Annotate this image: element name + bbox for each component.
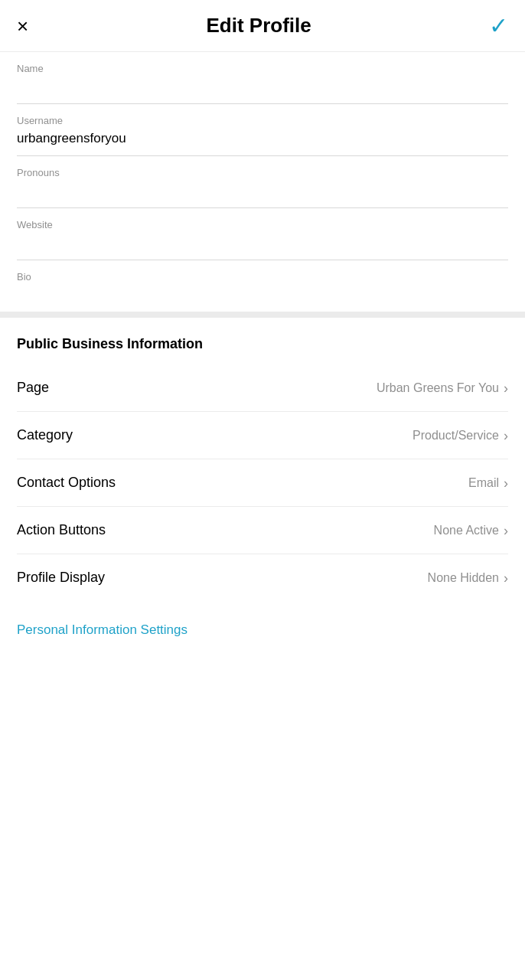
- website-label: Website: [17, 219, 508, 230]
- contact-options-value: Email: [468, 476, 499, 490]
- bio-field: Bio: [17, 260, 508, 312]
- website-input[interactable]: [17, 234, 508, 252]
- chevron-right-icon: ›: [504, 524, 508, 537]
- pronouns-label: Pronouns: [17, 167, 508, 178]
- bio-label: Bio: [17, 271, 508, 283]
- name-field: Name: [17, 52, 508, 104]
- contact-options-row-right: Email ›: [468, 476, 508, 490]
- contact-options-row[interactable]: Contact Options Email ›: [17, 459, 508, 507]
- category-row[interactable]: Category Product/Service ›: [17, 412, 508, 459]
- username-field: Username urbangreensforyou: [17, 104, 508, 156]
- chevron-right-icon: ›: [504, 476, 508, 490]
- page-title: Edit Profile: [206, 14, 311, 38]
- page-row-right: Urban Greens For You ›: [377, 381, 508, 395]
- pronouns-field: Pronouns: [17, 156, 508, 208]
- category-row-value: Product/Service: [412, 429, 499, 443]
- save-button[interactable]: ✓: [489, 15, 508, 38]
- business-info-section: Public Business Information Page Urban G…: [0, 318, 525, 601]
- chevron-right-icon: ›: [504, 381, 508, 395]
- contact-options-label: Contact Options: [17, 475, 116, 491]
- page-row[interactable]: Page Urban Greens For You ›: [17, 364, 508, 412]
- action-buttons-value: None Active: [434, 524, 499, 537]
- username-value: urbangreensforyou: [17, 129, 508, 148]
- category-row-label: Category: [17, 427, 73, 443]
- chevron-right-icon: ›: [504, 571, 508, 585]
- page-row-value: Urban Greens For You: [377, 381, 499, 395]
- profile-display-label: Profile Display: [17, 570, 105, 586]
- username-label: Username: [17, 115, 508, 126]
- close-button[interactable]: ×: [17, 16, 28, 36]
- action-buttons-label: Action Buttons: [17, 522, 106, 538]
- profile-form: Name Username urbangreensforyou Pronouns…: [0, 52, 525, 318]
- profile-display-row[interactable]: Profile Display None Hidden ›: [17, 554, 508, 601]
- chevron-right-icon: ›: [504, 429, 508, 443]
- profile-display-value: None Hidden: [428, 571, 499, 585]
- personal-info-settings-link[interactable]: Personal Information Settings: [17, 622, 188, 637]
- name-label: Name: [17, 63, 508, 74]
- website-field: Website: [17, 208, 508, 260]
- profile-display-row-right: None Hidden ›: [428, 571, 508, 585]
- business-section-title: Public Business Information: [17, 318, 508, 364]
- pronouns-input[interactable]: [17, 181, 508, 200]
- name-input[interactable]: [17, 77, 508, 96]
- header: × Edit Profile ✓: [0, 0, 525, 52]
- action-buttons-row[interactable]: Action Buttons None Active ›: [17, 507, 508, 554]
- personal-info-link-container: Personal Information Settings: [0, 601, 525, 653]
- page-row-label: Page: [17, 380, 49, 396]
- category-row-right: Product/Service ›: [412, 429, 508, 443]
- action-buttons-row-right: None Active ›: [434, 524, 508, 537]
- bio-input[interactable]: [17, 286, 508, 304]
